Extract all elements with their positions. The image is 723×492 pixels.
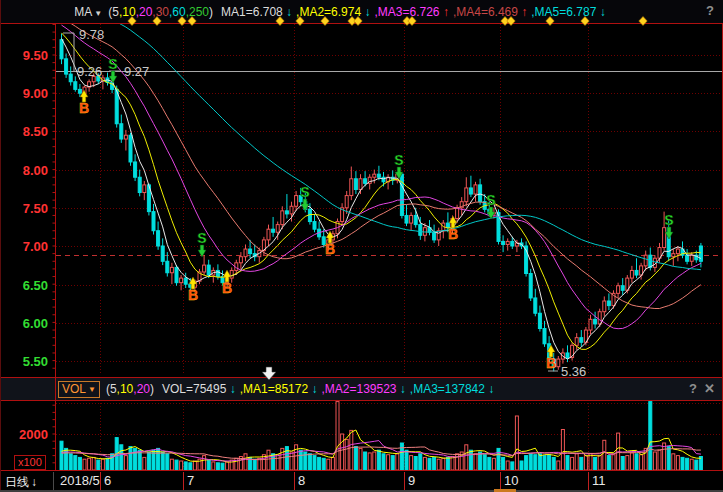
- volume-unit-badge: x100: [14, 455, 46, 470]
- arrow-down-icon: ↓: [286, 5, 292, 19]
- buy-arrow-icon: [223, 270, 231, 282]
- indicator-param: ,20: [133, 382, 150, 396]
- vol-params: (5,10,20): [106, 382, 154, 396]
- buy-arrow-icon: [326, 231, 334, 243]
- price-axis-label: 5.50: [23, 354, 48, 369]
- indicator-param: ,30: [152, 5, 169, 19]
- vol-indicator-label: VOL: [62, 382, 86, 396]
- date-bar-divider: [53, 472, 54, 491]
- ma-indicator-label: MA: [74, 5, 92, 19]
- date-separator: [588, 472, 589, 491]
- price-annotations: 9.789.269.275.36: [63, 27, 586, 379]
- arrow-down-icon: ↓: [488, 382, 494, 396]
- date-separator: [294, 472, 295, 491]
- buy-marker: B: [448, 226, 458, 242]
- price-axis-label: 6.50: [23, 278, 48, 293]
- buy-marker: B: [325, 241, 335, 257]
- indicator-param: ,250: [186, 5, 209, 19]
- volume-bars: [60, 402, 702, 470]
- arrow-down-icon: ↓: [230, 382, 236, 396]
- indicator-param: ,MA5=6.787: [531, 5, 599, 19]
- indicator-param: ,MA3=6.726: [374, 5, 442, 19]
- period-label: 日线: [5, 475, 29, 489]
- date-label: 6: [104, 473, 111, 488]
- buy-marker: B: [79, 100, 89, 116]
- indicator-param: ,MA2=6.974: [296, 5, 364, 19]
- sell-marker: S: [197, 230, 206, 246]
- chevron-down-icon: ▼: [88, 385, 96, 394]
- price-axis-label: 7.50: [23, 201, 48, 216]
- indicator-param: ,10: [117, 382, 134, 396]
- arrow-down-icon: ↓: [31, 475, 37, 489]
- sell-marker: S: [486, 192, 495, 208]
- date-separator: [404, 472, 405, 491]
- price-annotation: 9.26: [77, 64, 102, 79]
- price-axis-label: 6.00: [23, 316, 48, 331]
- ma-indicator-dropdown[interactable]: MA▼: [61, 0, 102, 33]
- price-axis-label: 9.50: [23, 48, 48, 63]
- indicator-param: ,10: [119, 5, 136, 19]
- reference-lines: [56, 72, 722, 256]
- indicator-param: ,MA4=6.469: [453, 5, 521, 19]
- date-label: 10: [504, 473, 518, 488]
- stock-chart-canvas: 9.789.269.275.36 BSBSBSBSBSBS 9.509.008.…: [0, 0, 723, 492]
- date-label: 9: [408, 473, 415, 488]
- buy-arrow-icon: [189, 277, 197, 289]
- help-icon[interactable]: ?: [689, 381, 697, 396]
- sell-marker: S: [300, 184, 309, 200]
- buy-arrow-icon: [80, 90, 88, 102]
- buy-arrow-icon: [449, 216, 457, 228]
- indicator-param: ,MA1=85172: [240, 382, 312, 396]
- volume-indicator-header: VOL▼ (5,10,20) VOL=75495 ↓,MA1=85172 ↓,M…: [0, 378, 723, 400]
- buy-marker: B: [222, 280, 232, 296]
- indicator-param: ): [150, 382, 154, 396]
- close-icon[interactable]: ✕: [704, 381, 715, 396]
- chart-frame: [0, 0, 723, 492]
- buy-marker: B: [188, 287, 198, 303]
- volume-ma-lines: [62, 430, 701, 462]
- period-selector[interactable]: 日线↓: [5, 474, 37, 491]
- indicator-param: (5: [108, 5, 119, 19]
- sell-arrow-icon: [665, 227, 673, 239]
- moving-average-lines: [62, 0, 701, 359]
- indicator-param: ,60: [169, 5, 186, 19]
- arrow-up-icon: ↑: [521, 5, 527, 19]
- ma-params: (5,10,20,30,60,250): [108, 5, 213, 19]
- ma-values: MA1=6.708 ↓,MA2=6.974 ↓,MA3=6.726 ↑,MA4=…: [221, 5, 610, 19]
- price-axis-label: 8.00: [23, 163, 48, 178]
- arrow-up-icon: ↑: [443, 5, 449, 19]
- price-axis-label: 8.50: [23, 124, 48, 139]
- vol-indicator-dropdown[interactable]: VOL▼: [58, 381, 100, 398]
- help-icon[interactable]: ?: [706, 3, 714, 18]
- price-axis-label: 7.00: [23, 239, 48, 254]
- date-separator: [183, 472, 184, 491]
- sell-marker: S: [108, 56, 117, 72]
- chevron-down-icon: ▼: [94, 9, 102, 18]
- sell-arrow-icon: [395, 167, 403, 179]
- candlestick-series: [60, 34, 702, 372]
- date-label: 7: [187, 473, 194, 488]
- arrow-down-icon: ↓: [400, 382, 406, 396]
- volume-axis-label: 2000: [19, 427, 48, 442]
- buy-marker: B: [546, 355, 556, 371]
- sell-marker: S: [394, 152, 403, 168]
- price-annotation: 9.27: [124, 64, 149, 79]
- indicator-param: ,MA3=137842: [410, 382, 488, 396]
- sell-marker: S: [664, 212, 673, 228]
- indicator-param: ): [209, 5, 213, 19]
- buy-sell-markers: BSBSBSBSBSBS: [79, 56, 674, 371]
- grid-lines: [53, 24, 722, 469]
- date-label: 8: [298, 473, 305, 488]
- vol-values: VOL=75495 ↓,MA1=85172 ↓,MA2=139523 ↓,MA3…: [162, 382, 498, 396]
- date-label: 11: [592, 473, 606, 488]
- sell-arrow-icon: [487, 207, 495, 219]
- date-label: 2018/5: [60, 473, 100, 488]
- indicator-param: VOL=75495: [162, 382, 230, 396]
- price-axis-label: 9.00: [23, 86, 48, 101]
- indicator-param: MA1=6.708: [221, 5, 286, 19]
- indicator-param: (5: [106, 382, 117, 396]
- sell-arrow-icon: [301, 199, 309, 211]
- sell-arrow-icon: [109, 71, 117, 83]
- sell-arrow-icon: [198, 245, 206, 257]
- buy-arrow-icon: [547, 345, 555, 357]
